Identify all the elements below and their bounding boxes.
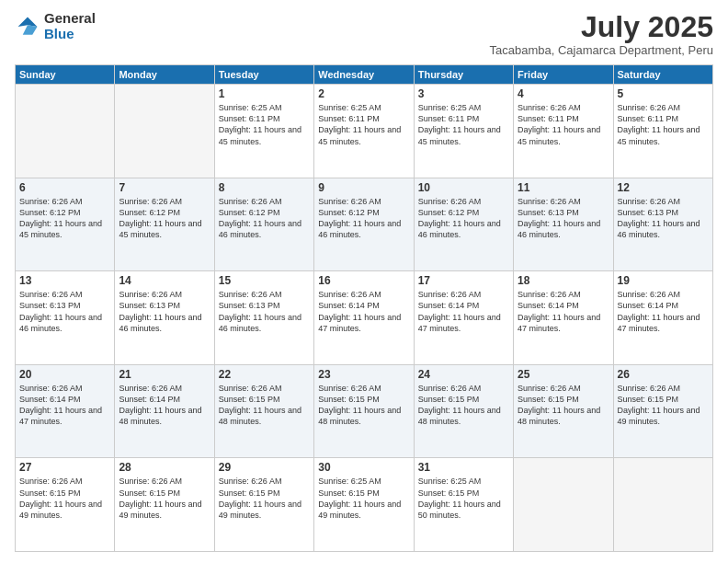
day-number: 4 [518,87,609,100]
table-row [514,458,613,552]
day-number: 8 [219,181,310,194]
day-info: Sunrise: 6:26 AM Sunset: 6:15 PM Dayligh… [318,383,409,428]
title-block: July 2025 Tacabamba, Cajamarca Departmen… [489,11,713,57]
day-number: 26 [618,368,709,381]
table-row: 2Sunrise: 6:25 AM Sunset: 6:11 PM Daylig… [314,85,414,178]
day-info: Sunrise: 6:26 AM Sunset: 6:14 PM Dayligh… [418,289,509,334]
day-number: 7 [119,181,210,194]
calendar-table: Sunday Monday Tuesday Wednesday Thursday… [15,64,713,552]
day-info: Sunrise: 6:26 AM Sunset: 6:13 PM Dayligh… [19,289,110,334]
day-number: 13 [19,274,110,287]
day-info: Sunrise: 6:25 AM Sunset: 6:11 PM Dayligh… [219,102,310,147]
table-row [115,85,214,178]
calendar-header-row: Sunday Monday Tuesday Wednesday Thursday… [16,65,713,85]
table-row: 28Sunrise: 6:26 AM Sunset: 6:15 PM Dayli… [115,458,214,552]
table-row: 9Sunrise: 6:26 AM Sunset: 6:12 PM Daylig… [314,178,414,271]
day-info: Sunrise: 6:26 AM Sunset: 6:15 PM Dayligh… [119,476,210,521]
calendar-week-row: 1Sunrise: 6:25 AM Sunset: 6:11 PM Daylig… [16,85,713,178]
day-info: Sunrise: 6:26 AM Sunset: 6:14 PM Dayligh… [119,383,210,428]
table-row [16,85,115,178]
table-row: 22Sunrise: 6:26 AM Sunset: 6:15 PM Dayli… [214,364,313,458]
day-number: 11 [518,181,609,194]
table-row: 18Sunrise: 6:26 AM Sunset: 6:14 PM Dayli… [514,271,613,365]
day-info: Sunrise: 6:26 AM Sunset: 6:15 PM Dayligh… [518,383,609,428]
day-info: Sunrise: 6:26 AM Sunset: 6:13 PM Dayligh… [219,289,310,334]
calendar-week-row: 6Sunrise: 6:26 AM Sunset: 6:12 PM Daylig… [16,178,713,271]
day-info: Sunrise: 6:26 AM Sunset: 6:15 PM Dayligh… [418,383,509,428]
table-row: 27Sunrise: 6:26 AM Sunset: 6:15 PM Dayli… [16,458,115,552]
day-info: Sunrise: 6:26 AM Sunset: 6:12 PM Dayligh… [318,196,409,241]
day-number: 20 [19,368,110,381]
day-number: 29 [219,461,310,474]
day-number: 6 [19,181,110,194]
day-number: 3 [418,87,509,100]
table-row: 21Sunrise: 6:26 AM Sunset: 6:14 PM Dayli… [115,364,214,458]
day-info: Sunrise: 6:26 AM Sunset: 6:15 PM Dayligh… [19,476,110,521]
table-row: 23Sunrise: 6:26 AM Sunset: 6:15 PM Dayli… [314,364,414,458]
table-row: 10Sunrise: 6:26 AM Sunset: 6:12 PM Dayli… [414,178,513,271]
table-row: 11Sunrise: 6:26 AM Sunset: 6:13 PM Dayli… [514,178,613,271]
col-tuesday: Tuesday [214,65,313,85]
day-info: Sunrise: 6:26 AM Sunset: 6:13 PM Dayligh… [119,289,210,334]
table-row: 14Sunrise: 6:26 AM Sunset: 6:13 PM Dayli… [115,271,214,365]
day-info: Sunrise: 6:26 AM Sunset: 6:11 PM Dayligh… [518,102,609,147]
day-info: Sunrise: 6:26 AM Sunset: 6:15 PM Dayligh… [618,383,709,428]
table-row: 25Sunrise: 6:26 AM Sunset: 6:15 PM Dayli… [514,364,613,458]
day-number: 31 [418,461,509,474]
table-row: 3Sunrise: 6:25 AM Sunset: 6:11 PM Daylig… [414,85,513,178]
day-number: 30 [318,461,409,474]
col-monday: Monday [115,65,214,85]
table-row [613,458,712,552]
day-number: 19 [618,274,709,287]
day-info: Sunrise: 6:25 AM Sunset: 6:15 PM Dayligh… [318,476,409,521]
day-number: 18 [518,274,609,287]
logo-icon [15,14,40,40]
table-row: 20Sunrise: 6:26 AM Sunset: 6:14 PM Dayli… [16,364,115,458]
day-info: Sunrise: 6:25 AM Sunset: 6:15 PM Dayligh… [418,476,509,521]
table-row: 29Sunrise: 6:26 AM Sunset: 6:15 PM Dayli… [214,458,313,552]
logo-general-text: General [44,11,96,27]
day-number: 9 [318,181,409,194]
day-number: 5 [618,87,709,100]
col-saturday: Saturday [613,65,712,85]
day-info: Sunrise: 6:26 AM Sunset: 6:12 PM Dayligh… [119,196,210,241]
day-info: Sunrise: 6:26 AM Sunset: 6:12 PM Dayligh… [19,196,110,241]
day-info: Sunrise: 6:26 AM Sunset: 6:15 PM Dayligh… [219,476,310,521]
day-info: Sunrise: 6:26 AM Sunset: 6:12 PM Dayligh… [219,196,310,241]
col-thursday: Thursday [414,65,513,85]
table-row: 13Sunrise: 6:26 AM Sunset: 6:13 PM Dayli… [16,271,115,365]
table-row: 8Sunrise: 6:26 AM Sunset: 6:12 PM Daylig… [214,178,313,271]
table-row: 12Sunrise: 6:26 AM Sunset: 6:13 PM Dayli… [613,178,712,271]
table-row: 17Sunrise: 6:26 AM Sunset: 6:14 PM Dayli… [414,271,513,365]
day-number: 2 [318,87,409,100]
table-row: 1Sunrise: 6:25 AM Sunset: 6:11 PM Daylig… [214,85,313,178]
logo-blue-text: Blue [44,27,96,42]
day-number: 1 [219,87,310,100]
day-info: Sunrise: 6:26 AM Sunset: 6:13 PM Dayligh… [518,196,609,241]
day-number: 25 [518,368,609,381]
calendar-week-row: 27Sunrise: 6:26 AM Sunset: 6:15 PM Dayli… [16,458,713,552]
table-row: 6Sunrise: 6:26 AM Sunset: 6:12 PM Daylig… [16,178,115,271]
table-row: 30Sunrise: 6:25 AM Sunset: 6:15 PM Dayli… [314,458,414,552]
table-row: 31Sunrise: 6:25 AM Sunset: 6:15 PM Dayli… [414,458,513,552]
table-row: 16Sunrise: 6:26 AM Sunset: 6:14 PM Dayli… [314,271,414,365]
page-header: General Blue July 2025 Tacabamba, Cajama… [15,11,713,57]
main-title: July 2025 [489,11,713,43]
day-number: 15 [219,274,310,287]
day-info: Sunrise: 6:26 AM Sunset: 6:13 PM Dayligh… [618,196,709,241]
day-number: 23 [318,368,409,381]
day-number: 16 [318,274,409,287]
day-number: 21 [119,368,210,381]
calendar-week-row: 13Sunrise: 6:26 AM Sunset: 6:13 PM Dayli… [16,271,713,365]
subtitle: Tacabamba, Cajamarca Department, Peru [489,43,713,57]
day-number: 12 [618,181,709,194]
day-info: Sunrise: 6:26 AM Sunset: 6:12 PM Dayligh… [418,196,509,241]
col-sunday: Sunday [16,65,115,85]
table-row: 4Sunrise: 6:26 AM Sunset: 6:11 PM Daylig… [514,85,613,178]
day-number: 10 [418,181,509,194]
svg-marker-1 [23,25,38,35]
table-row: 5Sunrise: 6:26 AM Sunset: 6:11 PM Daylig… [613,85,712,178]
day-info: Sunrise: 6:26 AM Sunset: 6:14 PM Dayligh… [318,289,409,334]
day-info: Sunrise: 6:26 AM Sunset: 6:14 PM Dayligh… [518,289,609,334]
table-row: 26Sunrise: 6:26 AM Sunset: 6:15 PM Dayli… [613,364,712,458]
